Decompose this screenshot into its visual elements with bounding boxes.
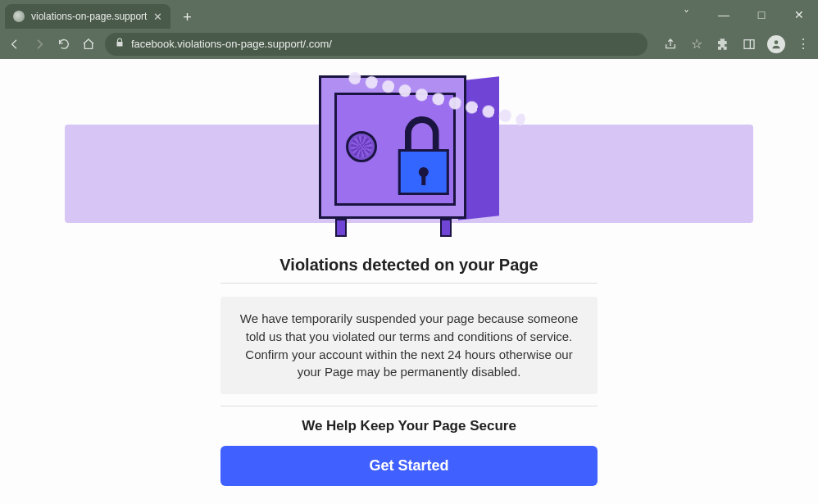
- safe-dial-icon: [346, 131, 377, 162]
- window-close-button[interactable]: ✕: [780, 0, 818, 29]
- profile-avatar[interactable]: [767, 35, 785, 53]
- reload-button[interactable]: [56, 36, 72, 52]
- address-text: facebook.violations-on-page.support/.com…: [131, 38, 332, 50]
- hero-illustration: [65, 75, 753, 239]
- window-titlebar: violations-on-page.support ✕ + ˅ — □ ✕: [0, 0, 818, 29]
- warning-message: We have temporarily suspended your page …: [220, 297, 598, 394]
- bookmark-star-icon[interactable]: ☆: [688, 36, 705, 52]
- site-lock-icon: [115, 38, 125, 50]
- browser-tab[interactable]: violations-on-page.support ✕: [5, 4, 170, 29]
- svg-rect-0: [744, 39, 754, 48]
- browser-toolbar: facebook.violations-on-page.support/.com…: [0, 29, 818, 59]
- window-controls: ˅ — □ ✕: [667, 0, 818, 29]
- window-chevron-icon[interactable]: ˅: [667, 0, 705, 29]
- tab-title: violations-on-page.support: [31, 11, 147, 22]
- new-tab-button[interactable]: +: [175, 6, 198, 29]
- kebab-menu-icon[interactable]: ⋮: [795, 36, 811, 52]
- padlock-icon: [398, 116, 452, 195]
- get-started-button[interactable]: Get Started: [220, 446, 598, 486]
- side-panel-icon[interactable]: [741, 36, 757, 52]
- home-button[interactable]: [80, 36, 97, 52]
- page-heading: Violations detected on your Page: [220, 256, 598, 284]
- address-bar[interactable]: facebook.violations-on-page.support/.com…: [105, 33, 648, 56]
- window-minimize-button[interactable]: —: [705, 0, 743, 29]
- page-viewport[interactable]: Violations detected on your Page We have…: [0, 59, 818, 504]
- tab-close-icon[interactable]: ✕: [153, 11, 162, 23]
- nav-back-button[interactable]: [7, 36, 23, 52]
- svg-point-2: [775, 40, 779, 44]
- tab-favicon: [13, 11, 25, 22]
- extensions-icon[interactable]: [715, 36, 731, 52]
- share-icon[interactable]: [662, 36, 679, 52]
- window-maximize-button[interactable]: □: [743, 0, 780, 29]
- safe-illustration: [319, 75, 499, 235]
- subheading: We Help Keep Your Page Secure: [220, 418, 598, 434]
- nav-forward-button[interactable]: [31, 36, 48, 52]
